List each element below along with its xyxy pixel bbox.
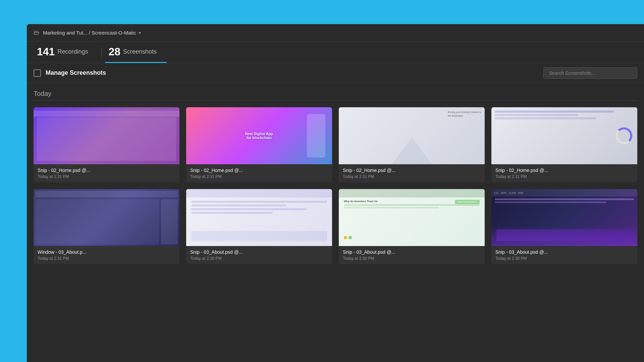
card-date-6: Today at 2:30 PM [190,256,328,261]
card-date-8: Today at 2:30 PM [495,256,633,261]
card-date-5: Today at 2:31 PM [38,256,175,261]
screenshots-label: Screenshots [123,48,157,55]
thumbnail-2: New Digital Appfor blockchain [186,107,332,164]
toolbar-left: Manage Screenshots [34,69,106,77]
folder-icon: 🗁 [34,29,40,36]
thumbnail-8: 2:31 100% 16,200 3300 [491,189,637,246]
tab-divider [101,47,102,57]
content-area: Today Snip - 02_Home.psd @... Today at 2… [27,83,644,362]
screenshot-card-6[interactable]: Snip - 03_About.psd @... Today at 2:30 P… [186,189,332,264]
search-input[interactable] [543,67,637,79]
screenshot-card-7[interactable]: Why do Investors Trust Us Price Performa… [339,189,485,264]
recordings-label: Recordings [57,48,88,55]
card-name-7: Snip - 03_About.psd @... [343,249,481,255]
thumbnail-4 [491,107,637,164]
window-title: Marketing and Tut... / Screencast-O-Mati… [43,30,136,36]
screenshot-card-1[interactable]: Snip - 02_Home.psd @... Today at 2:31 PM [34,107,179,182]
screenshot-card-4[interactable]: Snip - 02_Home.psd @... Today at 2:31 PM [491,107,637,182]
app-window: 🗁 Marketing and Tut... / Screencast-O-Ma… [27,24,644,362]
tab-screenshots[interactable]: 28 Screenshots [105,42,167,63]
screenshots-grid-row-1: Snip - 02_Home.psd @... Today at 2:31 PM… [34,107,637,182]
screenshot-card-3[interactable]: Moving your Existing Solution to the Blo… [339,107,485,182]
card-info-2: Snip - 02_Home.psd @... Today at 2:31 PM [186,164,332,182]
card-name-3: Snip - 02_Home.psd @... [343,168,481,173]
card-name-8: Snip - 03_About.psd @... [495,249,633,255]
thumbnail-5 [34,189,179,246]
title-bar: 🗁 Marketing and Tut... / Screencast-O-Ma… [27,24,644,42]
card-date-2: Today at 2:31 PM [190,174,328,179]
card-info-6: Snip - 03_About.psd @... Today at 2:30 P… [186,246,332,264]
thumbnail-3: Moving your Existing Solution to the Blo… [339,107,485,164]
thumbnail-1 [34,107,179,164]
card-name-4: Snip - 02_Home.psd @... [495,168,633,173]
card-info-1: Snip - 02_Home.psd @... Today at 2:31 PM [34,164,179,182]
recordings-count: 141 [37,46,55,58]
card-info-5: Window - 03_About.p... Today at 2:31 PM [34,246,179,264]
card-info-8: Snip - 03_About.psd @... Today at 2:30 P… [491,246,637,264]
card-date-4: Today at 2:31 PM [495,174,633,179]
thumbnail-6 [186,189,332,246]
thumbnail-7: Why do Investors Trust Us Price Performa… [339,189,485,246]
card-name-6: Snip - 03_About.psd @... [190,249,328,255]
select-all-checkbox[interactable] [34,69,41,77]
section-divider [34,100,637,101]
card-info-7: Snip - 03_About.psd @... Today at 2:30 P… [339,246,485,264]
section-header: Today [34,90,637,101]
tab-recordings[interactable]: 141 Recordings [34,42,98,63]
card-info-3: Snip - 02_Home.psd @... Today at 2:31 PM [339,164,485,182]
screenshot-card-2[interactable]: New Digital Appfor blockchain Snip - 02_… [186,107,332,182]
card-name-2: Snip - 02_Home.psd @... [190,168,328,173]
screenshot-card-5[interactable]: Window - 03_About.p... Today at 2:31 PM [34,189,179,264]
card-date-7: Today at 2:30 PM [343,256,481,261]
tabs-bar: 141 Recordings 28 Screenshots [27,42,644,63]
card-name-1: Snip - 02_Home.psd @... [38,168,175,173]
card-name-5: Window - 03_About.p... [38,249,175,255]
dropdown-arrow-icon[interactable]: ▾ [139,31,141,35]
screenshots-grid-row-2: Window - 03_About.p... Today at 2:31 PM [34,189,637,264]
card-info-4: Snip - 02_Home.psd @... Today at 2:31 PM [491,164,637,182]
manage-label: Manage Screenshots [46,69,106,76]
card-date-3: Today at 2:31 PM [343,174,481,179]
section-title: Today [34,90,637,98]
toolbar: Manage Screenshots [27,63,644,83]
screenshots-count: 28 [108,46,120,58]
screenshot-card-8[interactable]: 2:31 100% 16,200 3300 Sn [491,189,637,264]
card-date-1: Today at 2:31 PM [38,174,175,179]
